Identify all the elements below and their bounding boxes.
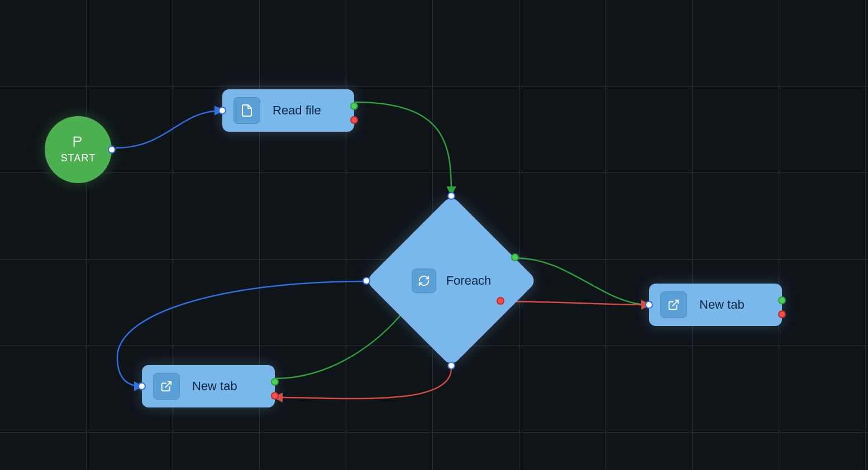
edge[interactable] xyxy=(275,368,451,399)
flag-icon xyxy=(72,135,84,150)
foreach-node[interactable]: Foreach xyxy=(365,194,538,367)
start-node[interactable]: START xyxy=(45,116,112,183)
workflow-canvas[interactable]: START Read file Foreac xyxy=(0,0,868,470)
port-success[interactable] xyxy=(778,296,786,304)
port-error[interactable] xyxy=(497,297,504,305)
port-input[interactable] xyxy=(218,107,226,114)
node-label: Foreach xyxy=(446,274,492,288)
port-success[interactable] xyxy=(271,378,279,386)
external-link-icon xyxy=(660,291,687,318)
port-input[interactable] xyxy=(138,382,146,390)
port-input-left[interactable] xyxy=(363,277,370,285)
newtab-node-2[interactable]: New tab xyxy=(649,284,782,326)
port-input-top[interactable] xyxy=(447,192,455,200)
port-input[interactable] xyxy=(645,301,653,309)
port-output-bottom[interactable] xyxy=(447,362,455,370)
node-label: New tab xyxy=(192,379,237,394)
start-label: START xyxy=(61,152,96,164)
external-link-icon xyxy=(153,373,180,400)
loop-icon xyxy=(412,268,436,293)
node-label: Read file xyxy=(273,103,321,118)
node-label: New tab xyxy=(699,298,745,312)
edge[interactable] xyxy=(116,111,222,148)
edge[interactable] xyxy=(354,102,451,194)
port-success[interactable] xyxy=(350,102,358,110)
port-error[interactable] xyxy=(350,116,358,124)
port-error[interactable] xyxy=(778,310,786,318)
readfile-node[interactable]: Read file xyxy=(222,89,354,132)
port-success[interactable] xyxy=(511,253,519,261)
port-error[interactable] xyxy=(271,392,279,400)
port-output[interactable] xyxy=(108,146,116,154)
newtab-node-1[interactable]: New tab xyxy=(142,365,275,407)
file-icon xyxy=(233,97,260,124)
